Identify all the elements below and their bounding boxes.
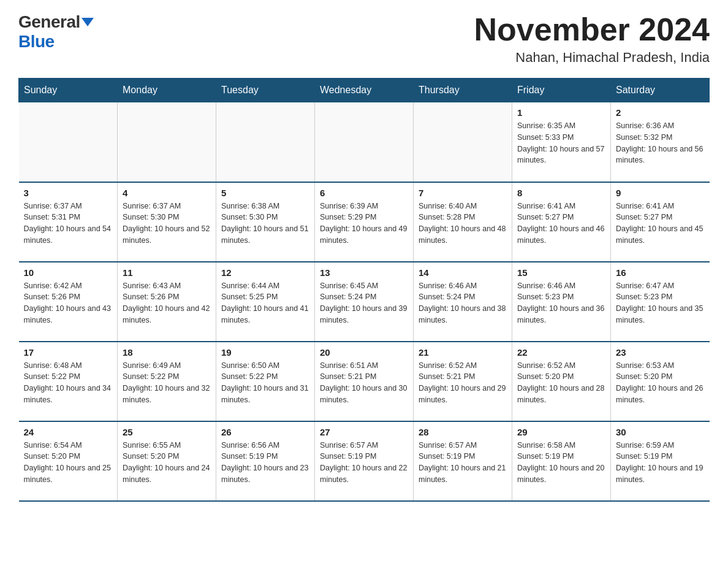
- day-info: Sunrise: 6:50 AMSunset: 5:22 PMDaylight:…: [221, 360, 309, 406]
- calendar-cell: 2Sunrise: 6:36 AMSunset: 5:32 PMDaylight…: [611, 102, 710, 182]
- calendar-cell: 13Sunrise: 6:45 AMSunset: 5:24 PMDayligh…: [315, 262, 414, 342]
- day-number: 23: [616, 347, 705, 358]
- day-number: 24: [24, 427, 113, 437]
- header: General Blue November 2024 Nahan, Himach…: [18, 12, 710, 66]
- day-number: 13: [320, 267, 408, 278]
- day-number: 18: [123, 347, 211, 358]
- calendar-cell: 8Sunrise: 6:41 AMSunset: 5:27 PMDaylight…: [512, 182, 611, 262]
- calendar-cell: 11Sunrise: 6:43 AMSunset: 5:26 PMDayligh…: [118, 262, 216, 342]
- day-number: 30: [616, 427, 705, 437]
- day-info: Sunrise: 6:59 AMSunset: 5:19 PMDaylight:…: [616, 440, 705, 486]
- day-number: 3: [24, 188, 113, 198]
- day-info: Sunrise: 6:56 AMSunset: 5:19 PMDaylight:…: [221, 440, 309, 486]
- calendar-week-2: 3Sunrise: 6:37 AMSunset: 5:31 PMDaylight…: [19, 182, 710, 262]
- day-number: 29: [517, 427, 605, 437]
- day-info: Sunrise: 6:58 AMSunset: 5:19 PMDaylight:…: [517, 440, 605, 486]
- col-wednesday: Wednesday: [315, 79, 414, 102]
- calendar-week-1: 1Sunrise: 6:35 AMSunset: 5:33 PMDaylight…: [19, 102, 710, 182]
- calendar-week-4: 17Sunrise: 6:48 AMSunset: 5:22 PMDayligh…: [19, 342, 710, 421]
- calendar-cell: 27Sunrise: 6:57 AMSunset: 5:19 PMDayligh…: [315, 421, 414, 501]
- day-info: Sunrise: 6:40 AMSunset: 5:28 PMDaylight:…: [419, 201, 507, 247]
- day-number: 28: [419, 427, 507, 437]
- location-title: Nahan, Himachal Pradesh, India: [474, 50, 710, 66]
- day-info: Sunrise: 6:45 AMSunset: 5:24 PMDaylight:…: [320, 280, 408, 326]
- day-info: Sunrise: 6:35 AMSunset: 5:33 PMDaylight:…: [517, 120, 605, 166]
- day-number: 4: [123, 188, 211, 198]
- day-info: Sunrise: 6:55 AMSunset: 5:20 PMDaylight:…: [123, 440, 211, 486]
- calendar-cell: 6Sunrise: 6:39 AMSunset: 5:29 PMDaylight…: [315, 182, 414, 262]
- calendar-week-5: 24Sunrise: 6:54 AMSunset: 5:20 PMDayligh…: [19, 421, 710, 501]
- calendar-cell: 22Sunrise: 6:52 AMSunset: 5:20 PMDayligh…: [512, 342, 611, 421]
- logo: General Blue: [18, 12, 94, 52]
- logo-triangle-icon: [82, 18, 94, 26]
- calendar-cell: 7Sunrise: 6:40 AMSunset: 5:28 PMDaylight…: [414, 182, 512, 262]
- header-row: Sunday Monday Tuesday Wednesday Thursday…: [19, 79, 710, 102]
- calendar-cell: 30Sunrise: 6:59 AMSunset: 5:19 PMDayligh…: [611, 421, 710, 501]
- calendar-cell: 1Sunrise: 6:35 AMSunset: 5:33 PMDaylight…: [512, 102, 611, 182]
- calendar-cell: 26Sunrise: 6:56 AMSunset: 5:19 PMDayligh…: [216, 421, 315, 501]
- day-info: Sunrise: 6:43 AMSunset: 5:26 PMDaylight:…: [123, 280, 211, 326]
- day-number: 1: [517, 107, 605, 118]
- day-number: 12: [221, 267, 309, 278]
- day-info: Sunrise: 6:49 AMSunset: 5:22 PMDaylight:…: [123, 360, 211, 406]
- logo-general-text: General: [18, 12, 80, 32]
- day-info: Sunrise: 6:38 AMSunset: 5:30 PMDaylight:…: [221, 201, 309, 247]
- day-number: 21: [419, 347, 507, 358]
- calendar-cell: 4Sunrise: 6:37 AMSunset: 5:30 PMDaylight…: [118, 182, 216, 262]
- calendar-cell: 19Sunrise: 6:50 AMSunset: 5:22 PMDayligh…: [216, 342, 315, 421]
- day-number: 9: [616, 188, 705, 198]
- day-info: Sunrise: 6:57 AMSunset: 5:19 PMDaylight:…: [320, 440, 408, 486]
- col-monday: Monday: [118, 79, 216, 102]
- calendar-cell: [216, 102, 315, 182]
- day-number: 22: [517, 347, 605, 358]
- day-number: 19: [221, 347, 309, 358]
- logo-blue-text: Blue: [18, 32, 55, 52]
- calendar-cell: 12Sunrise: 6:44 AMSunset: 5:25 PMDayligh…: [216, 262, 315, 342]
- col-sunday: Sunday: [19, 79, 118, 102]
- calendar-header: Sunday Monday Tuesday Wednesday Thursday…: [19, 79, 710, 102]
- calendar-cell: 9Sunrise: 6:41 AMSunset: 5:27 PMDaylight…: [611, 182, 710, 262]
- calendar-cell: 29Sunrise: 6:58 AMSunset: 5:19 PMDayligh…: [512, 421, 611, 501]
- calendar-cell: 18Sunrise: 6:49 AMSunset: 5:22 PMDayligh…: [118, 342, 216, 421]
- day-info: Sunrise: 6:46 AMSunset: 5:23 PMDaylight:…: [517, 280, 605, 326]
- calendar-cell: 20Sunrise: 6:51 AMSunset: 5:21 PMDayligh…: [315, 342, 414, 421]
- calendar-cell: [414, 102, 512, 182]
- calendar-cell: 17Sunrise: 6:48 AMSunset: 5:22 PMDayligh…: [19, 342, 118, 421]
- col-friday: Friday: [512, 79, 611, 102]
- day-info: Sunrise: 6:54 AMSunset: 5:20 PMDaylight:…: [24, 440, 113, 486]
- day-number: 6: [320, 188, 408, 198]
- calendar-cell: 24Sunrise: 6:54 AMSunset: 5:20 PMDayligh…: [19, 421, 118, 501]
- day-number: 20: [320, 347, 408, 358]
- calendar-cell: [315, 102, 414, 182]
- day-number: 14: [419, 267, 507, 278]
- calendar-cell: 10Sunrise: 6:42 AMSunset: 5:26 PMDayligh…: [19, 262, 118, 342]
- calendar-cell: 3Sunrise: 6:37 AMSunset: 5:31 PMDaylight…: [19, 182, 118, 262]
- calendar-table: Sunday Monday Tuesday Wednesday Thursday…: [18, 78, 710, 502]
- day-number: 2: [616, 107, 705, 118]
- day-info: Sunrise: 6:53 AMSunset: 5:20 PMDaylight:…: [616, 360, 705, 406]
- calendar-cell: 21Sunrise: 6:52 AMSunset: 5:21 PMDayligh…: [414, 342, 512, 421]
- day-info: Sunrise: 6:42 AMSunset: 5:26 PMDaylight:…: [24, 280, 113, 326]
- day-info: Sunrise: 6:48 AMSunset: 5:22 PMDaylight:…: [24, 360, 113, 406]
- calendar-cell: 16Sunrise: 6:47 AMSunset: 5:23 PMDayligh…: [611, 262, 710, 342]
- day-info: Sunrise: 6:39 AMSunset: 5:29 PMDaylight:…: [320, 201, 408, 247]
- col-saturday: Saturday: [611, 79, 710, 102]
- day-info: Sunrise: 6:52 AMSunset: 5:21 PMDaylight:…: [419, 360, 507, 406]
- day-number: 11: [123, 267, 211, 278]
- calendar-cell: 15Sunrise: 6:46 AMSunset: 5:23 PMDayligh…: [512, 262, 611, 342]
- month-title: November 2024: [474, 12, 710, 47]
- day-info: Sunrise: 6:51 AMSunset: 5:21 PMDaylight:…: [320, 360, 408, 406]
- calendar-cell: 14Sunrise: 6:46 AMSunset: 5:24 PMDayligh…: [414, 262, 512, 342]
- day-number: 8: [517, 188, 605, 198]
- day-info: Sunrise: 6:36 AMSunset: 5:32 PMDaylight:…: [616, 120, 705, 166]
- day-number: 7: [419, 188, 507, 198]
- day-info: Sunrise: 6:44 AMSunset: 5:25 PMDaylight:…: [221, 280, 309, 326]
- calendar-cell: [118, 102, 216, 182]
- calendar-cell: [19, 102, 118, 182]
- day-number: 15: [517, 267, 605, 278]
- day-info: Sunrise: 6:57 AMSunset: 5:19 PMDaylight:…: [419, 440, 507, 486]
- day-number: 26: [221, 427, 309, 437]
- day-number: 5: [221, 188, 309, 198]
- day-number: 16: [616, 267, 705, 278]
- calendar-cell: 5Sunrise: 6:38 AMSunset: 5:30 PMDaylight…: [216, 182, 315, 262]
